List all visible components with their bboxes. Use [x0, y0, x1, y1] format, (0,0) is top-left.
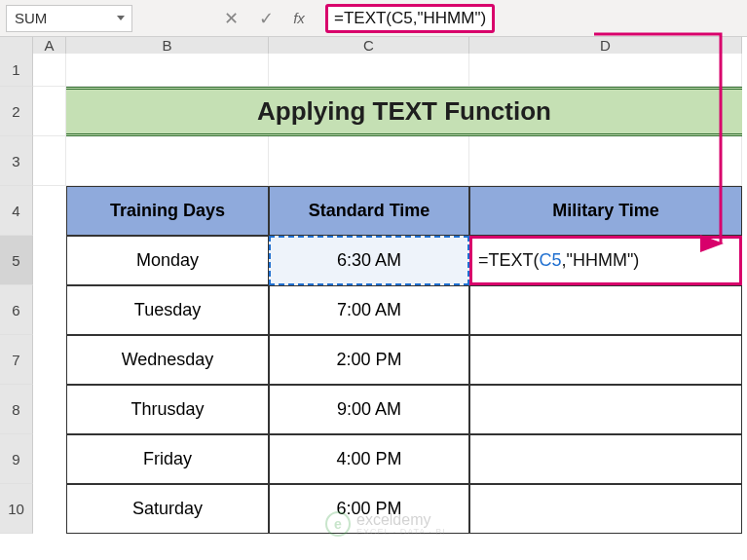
- cell-day[interactable]: Monday: [66, 236, 269, 285]
- cell-std[interactable]: 9:00 AM: [269, 385, 469, 434]
- cell-day[interactable]: Tuesday: [66, 285, 269, 335]
- row-header-4[interactable]: 4: [0, 186, 33, 236]
- cell-std[interactable]: 6:00 PM: [269, 484, 469, 534]
- table-row: Tuesday 7:00 AM: [66, 285, 742, 335]
- data-table: Training Days Standard Time Military Tim…: [66, 186, 742, 534]
- table-row: Monday 6:30 AM =TEXT(C5,"HHMM"): [66, 236, 742, 285]
- row-header-2[interactable]: 2: [0, 87, 33, 136]
- cell-mil[interactable]: [469, 285, 742, 335]
- cell-C3[interactable]: [269, 136, 469, 186]
- row-header-10[interactable]: 10: [0, 484, 33, 534]
- cell-A3[interactable]: [33, 136, 66, 186]
- cell-B1[interactable]: [66, 54, 269, 87]
- col-header-D[interactable]: D: [469, 37, 742, 54]
- cell-mil[interactable]: [469, 385, 742, 434]
- formula-bar-row: SUM ✕ ✓ fx =TEXT(C5,"HHMM"): [0, 0, 747, 37]
- cell-std[interactable]: 7:00 AM: [269, 285, 469, 335]
- cell-D5-formula: =TEXT(C5,"HHMM"): [478, 250, 639, 271]
- row-header-9[interactable]: 9: [0, 434, 33, 484]
- cell-mil[interactable]: [469, 434, 742, 484]
- table-row: Thrusday 9:00 AM: [66, 385, 742, 434]
- cell-day[interactable]: Friday: [66, 434, 269, 484]
- cell-day[interactable]: Thrusday: [66, 385, 269, 434]
- enter-formula-button[interactable]: ✓: [249, 5, 282, 32]
- cell-A2[interactable]: [33, 87, 66, 136]
- formula-bar-input[interactable]: =TEXT(C5,"HHMM"): [319, 5, 741, 32]
- check-icon: ✓: [259, 8, 274, 29]
- header-standard-time[interactable]: Standard Time: [269, 186, 469, 236]
- row-header-column: 1 2 3 4 5 6 7 8 9 10: [0, 54, 33, 534]
- cell-mil[interactable]: [469, 484, 742, 534]
- cell-A1[interactable]: [33, 54, 66, 87]
- name-box-value: SUM: [15, 10, 47, 26]
- x-icon: ✕: [224, 8, 239, 29]
- name-box[interactable]: SUM: [6, 5, 132, 32]
- cell-D3[interactable]: [469, 136, 742, 186]
- cell-std[interactable]: 2:00 PM: [269, 335, 469, 385]
- table-row: Wednesday 2:00 PM: [66, 335, 742, 385]
- column-header-row: A B C D: [0, 37, 747, 54]
- fx-button[interactable]: fx: [284, 5, 317, 32]
- cell-std[interactable]: 4:00 PM: [269, 434, 469, 484]
- cell-day[interactable]: Wednesday: [66, 335, 269, 385]
- cell-B3[interactable]: [66, 136, 269, 186]
- cell-C5-referenced[interactable]: 6:30 AM: [269, 236, 469, 285]
- cancel-formula-button[interactable]: ✕: [214, 5, 247, 32]
- formula-bar-text: =TEXT(C5,"HHMM"): [325, 4, 495, 33]
- row-header-7[interactable]: 7: [0, 335, 33, 385]
- chevron-down-icon[interactable]: [114, 12, 128, 25]
- cell-D1[interactable]: [469, 54, 742, 87]
- cell-C1[interactable]: [269, 54, 469, 87]
- table-row: Saturday 6:00 PM: [66, 484, 742, 534]
- row-header-3[interactable]: 3: [0, 136, 33, 186]
- header-training-days[interactable]: Training Days: [66, 186, 269, 236]
- row-header-1[interactable]: 1: [0, 54, 33, 87]
- cell-day[interactable]: Saturday: [66, 484, 269, 534]
- select-all-corner[interactable]: [0, 37, 33, 54]
- col-header-A[interactable]: A: [33, 37, 66, 54]
- row-header-5[interactable]: 5: [0, 236, 33, 285]
- cell-D5-active[interactable]: =TEXT(C5,"HHMM"): [469, 236, 742, 285]
- table-row: Friday 4:00 PM: [66, 434, 742, 484]
- cell-mil[interactable]: [469, 335, 742, 385]
- table-header-row: Training Days Standard Time Military Tim…: [66, 186, 742, 236]
- col-header-C[interactable]: C: [269, 37, 469, 54]
- row-header-6[interactable]: 6: [0, 285, 33, 335]
- title-cell[interactable]: Applying TEXT Function: [66, 87, 742, 136]
- fx-label: fx: [293, 10, 305, 26]
- col-header-B[interactable]: B: [66, 37, 269, 54]
- row-header-8[interactable]: 8: [0, 385, 33, 434]
- header-military-time[interactable]: Military Time: [469, 186, 742, 236]
